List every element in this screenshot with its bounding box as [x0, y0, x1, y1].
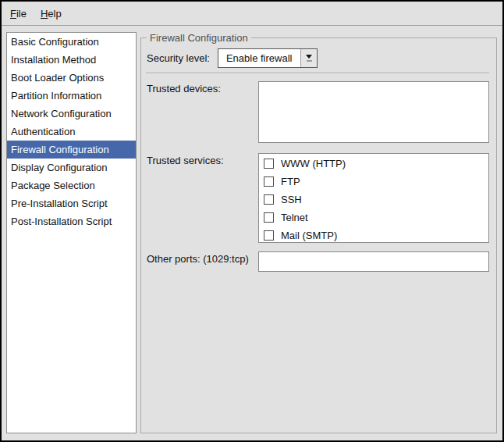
- frame-title: Firewall Configuration: [147, 32, 251, 44]
- service-label: Mail (SMTP): [281, 230, 337, 241]
- section-list[interactable]: Basic Configuration Installation Method …: [6, 32, 137, 433]
- trusted-services-listbox[interactable]: WWW (HTTP) FTP SSH Telnet: [258, 153, 489, 243]
- sidebar-item-package-selection[interactable]: Package Selection: [7, 176, 136, 194]
- security-level-value: Enable firewall: [218, 49, 301, 67]
- chevron-bar-icon: [307, 60, 312, 62]
- service-row-ftp[interactable]: FTP: [259, 173, 488, 191]
- sidebar-item-pre-installation-script[interactable]: Pre-Installation Script: [7, 194, 136, 212]
- sidebar-item-basic-configuration[interactable]: Basic Configuration: [7, 33, 136, 51]
- dropdown-arrow-button[interactable]: [300, 49, 317, 67]
- service-row-mail[interactable]: Mail (SMTP): [259, 226, 488, 243]
- other-ports-input[interactable]: [258, 251, 489, 272]
- checkbox-telnet[interactable]: [264, 212, 274, 223]
- menu-file-label: F: [10, 8, 16, 20]
- service-row-www[interactable]: WWW (HTTP): [259, 155, 488, 173]
- sidebar-item-boot-loader-options[interactable]: Boot Loader Options: [7, 69, 136, 87]
- checkbox-ftp[interactable]: [264, 176, 274, 187]
- security-level-dropdown[interactable]: Enable firewall: [218, 48, 318, 68]
- service-label: WWW (HTTP): [281, 158, 346, 169]
- main-area: Basic Configuration Installation Method …: [2, 27, 502, 440]
- service-row-ssh[interactable]: SSH: [259, 191, 488, 209]
- horizontal-separator: [146, 73, 489, 74]
- checkbox-mail-smtp[interactable]: [264, 230, 274, 241]
- sidebar-item-partition-information[interactable]: Partition Information: [7, 87, 136, 105]
- sidebar-item-installation-method[interactable]: Installation Method: [7, 51, 136, 69]
- kickstart-configurator-window: File Help Basic Configuration Installati…: [0, 0, 504, 442]
- service-label: Telnet: [281, 212, 308, 223]
- menu-file[interactable]: File: [3, 2, 34, 25]
- checkbox-www-http[interactable]: [264, 159, 274, 169]
- menu-help[interactable]: Help: [34, 2, 69, 25]
- firewall-configuration-frame: Firewall Configuration Security level: E…: [140, 32, 497, 433]
- service-row-telnet[interactable]: Telnet: [259, 209, 488, 226]
- service-label: FTP: [281, 176, 300, 187]
- other-ports-label: Other ports: (1029:tcp): [146, 251, 258, 265]
- sidebar-item-firewall-configuration[interactable]: Firewall Configuration: [7, 141, 136, 159]
- menu-help-label: H: [41, 8, 48, 20]
- sidebar-item-network-configuration[interactable]: Network Configuration: [7, 105, 136, 123]
- trusted-devices-label: Trusted devices:: [146, 81, 258, 94]
- sidebar-item-post-installation-script[interactable]: Post-Installation Script: [7, 212, 136, 230]
- chevron-down-icon: [306, 55, 312, 59]
- security-level-label: Security level:: [147, 52, 210, 64]
- trusted-services-label: Trusted services:: [146, 153, 258, 166]
- menubar: File Help: [2, 2, 502, 26]
- checkbox-ssh[interactable]: [264, 194, 274, 205]
- trusted-devices-listbox[interactable]: [258, 81, 489, 143]
- sidebar-item-authentication[interactable]: Authentication: [7, 123, 136, 141]
- service-label: SSH: [281, 194, 302, 205]
- sidebar-item-display-configuration[interactable]: Display Configuration: [7, 159, 136, 176]
